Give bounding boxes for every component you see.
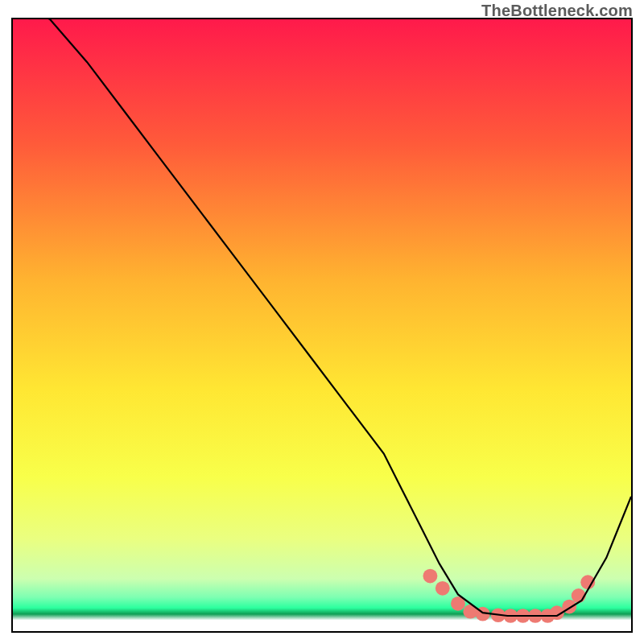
marker-dot: [436, 581, 450, 596]
chart-stage: TheBottleneck.com: [0, 0, 644, 644]
bottleneck-curve: [13, 19, 631, 616]
chart-svg: [13, 19, 631, 631]
marker-dot: [423, 569, 437, 584]
plot-frame: [11, 18, 633, 633]
markers-group: [423, 569, 595, 623]
